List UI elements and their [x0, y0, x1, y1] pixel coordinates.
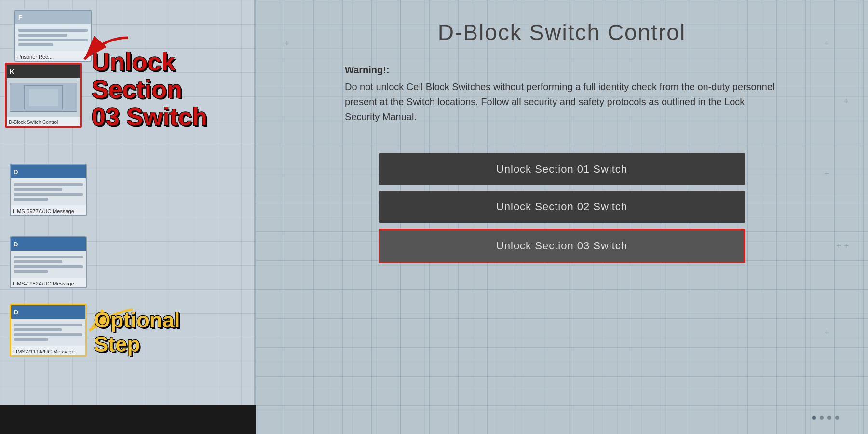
card-line	[14, 270, 48, 273]
card-line	[14, 188, 62, 191]
card-label: D-Block Switch Control	[7, 119, 80, 126]
card-line	[14, 256, 83, 258]
deco-plus: + +	[836, 241, 849, 251]
card-label: LIMS-2111A/UC Message	[11, 348, 85, 355]
card-line	[14, 324, 82, 326]
card-screen	[10, 83, 77, 112]
card-line	[18, 29, 88, 32]
card-line	[14, 193, 83, 196]
card-header: K	[7, 65, 80, 78]
card-line	[14, 338, 48, 341]
deco-plus: +	[285, 39, 290, 49]
card-body	[11, 251, 86, 278]
panel-title: D-Block Switch Control	[438, 19, 686, 45]
card-lims-1982[interactable]: D LIMS-1982A/UC Message	[10, 236, 87, 288]
card-letter: D	[14, 309, 18, 316]
unlock-section-03-button[interactable]: Unlock Section 03 Switch	[379, 229, 745, 263]
card-body	[7, 78, 80, 117]
card-line	[18, 43, 53, 46]
card-dblock-switch-control[interactable]: K D-Block Switch Control	[5, 63, 82, 128]
card-line	[14, 328, 62, 331]
warning-label: Warning!:	[345, 65, 779, 76]
card-line	[14, 333, 82, 336]
card-label: LIMS-1982A/UC Message	[11, 280, 86, 287]
warning-box: Warning!: Do not unlock Cell Block Switc…	[345, 65, 779, 124]
deco-plus: +	[824, 39, 829, 49]
deco-plus: +	[824, 169, 829, 179]
dot-1	[812, 416, 816, 420]
dot-3	[827, 416, 831, 420]
card-letter: D	[14, 168, 18, 176]
dots-indicator	[812, 416, 839, 420]
unlock-section-01-button[interactable]: Unlock Section 01 Switch	[379, 153, 745, 185]
card-lims-2111[interactable]: D LIMS-2111A/UC Message	[10, 304, 87, 357]
card-body	[11, 178, 86, 205]
card-line	[14, 183, 83, 186]
dot-4	[835, 416, 839, 420]
card-header: D	[11, 305, 85, 319]
card-lims-0977[interactable]: D LIMS-0977A/UC Message	[10, 164, 87, 216]
card-line	[14, 198, 48, 201]
deco-plus: +	[843, 96, 849, 107]
annotation-unlock-section03: Unlock Section 03 Switch	[92, 48, 207, 131]
card-line	[14, 265, 83, 268]
card-header: D	[11, 165, 86, 178]
card-header: F	[15, 11, 91, 24]
right-panel: + + + + + + + D-Block Switch Control War…	[256, 0, 868, 434]
card-line	[18, 34, 67, 37]
deco-plus: +	[824, 327, 829, 338]
bottom-bar	[0, 405, 256, 434]
switch-buttons-container: Unlock Section 01 Switch Unlock Section …	[379, 153, 745, 263]
card-label: LIMS-0977A/UC Message	[11, 207, 86, 215]
unlock-section-02-button[interactable]: Unlock Section 02 Switch	[379, 191, 745, 223]
annotation-optional-step: Optional Step	[94, 308, 180, 357]
card-body	[11, 319, 85, 346]
card-header: D	[11, 237, 86, 251]
left-panel: F Prisoner Rec... Unlock Section 03 Swit…	[0, 0, 256, 434]
card-line	[14, 260, 62, 263]
card-letter: F	[18, 14, 22, 21]
warning-text: Do not unlock Cell Block Switches withou…	[345, 80, 779, 124]
dot-2	[820, 416, 824, 420]
card-letter: D	[14, 241, 18, 248]
card-letter: K	[10, 68, 14, 75]
